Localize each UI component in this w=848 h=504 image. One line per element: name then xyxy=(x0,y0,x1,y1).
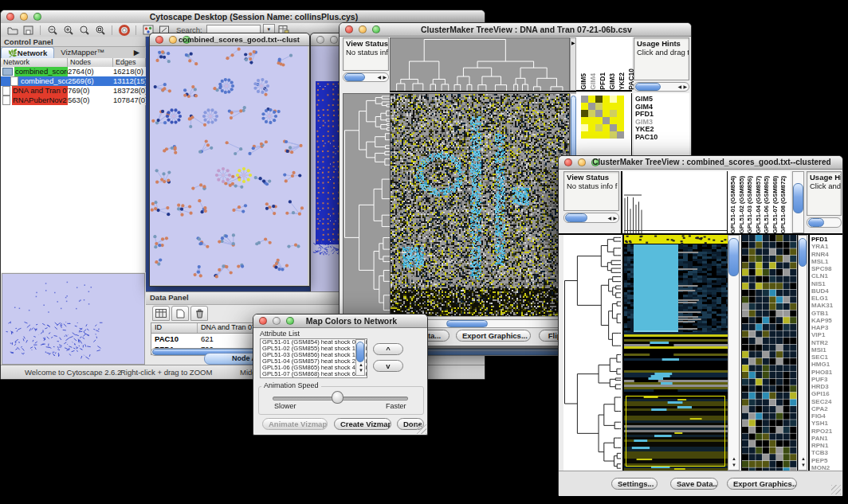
zoom-vscrollbar[interactable]: ▲▼ xyxy=(798,235,807,471)
heatmap-vscrollbar[interactable]: ▲▼ xyxy=(728,235,740,471)
network-table-row[interactable]: combined_sco2569(6)13112(15) xyxy=(1,76,146,86)
zoom-in-icon[interactable] xyxy=(61,24,75,36)
trash-icon[interactable] xyxy=(190,306,208,321)
gene-label[interactable]: MON2 xyxy=(811,464,842,471)
gene-label[interactable]: YRA1 xyxy=(811,243,842,250)
minimize-button[interactable] xyxy=(169,36,177,44)
similarity-matrix[interactable] xyxy=(581,96,624,139)
global-heatmap[interactable] xyxy=(390,93,570,318)
main-window-title: Cytoscape Desktop (Session Name: collins… xyxy=(33,12,475,21)
treeview1-titlebar[interactable]: ClusterMaker TreeView : DNA and Tran 07-… xyxy=(340,23,691,37)
zoom-fit-icon[interactable] xyxy=(93,24,107,36)
gene-label[interactable]: MSL1 xyxy=(811,258,842,265)
create-vizmap-button[interactable]: Create Vizmap xyxy=(334,418,391,430)
close-button[interactable] xyxy=(345,25,353,33)
gene-label[interactable]: CPA2 xyxy=(811,405,842,412)
gene-label[interactable]: PAN1 xyxy=(811,435,842,442)
gene-label[interactable]: BUD4 xyxy=(811,287,842,295)
global-heatmap[interactable] xyxy=(622,235,728,471)
treeview2-titlebar[interactable]: ClusterMaker TreeView : combined_scores_… xyxy=(559,156,842,170)
column-labels-vscrollbar[interactable] xyxy=(792,171,804,233)
tab-vizmapper[interactable]: VizMapper™ xyxy=(54,47,111,58)
resize-grip[interactable] xyxy=(417,424,426,434)
gene-label[interactable]: PHO81 xyxy=(811,369,842,376)
close-button[interactable] xyxy=(564,158,572,166)
gene-label[interactable]: FIG4 xyxy=(811,412,842,420)
new-document-icon[interactable] xyxy=(171,306,189,321)
network-table-row[interactable]: RNAPuberNov2+!563(0)107847(0) xyxy=(1,96,146,105)
network-table-row[interactable]: combined_scores2764(0)16218(0) xyxy=(1,67,146,76)
gene-label[interactable]: PEP5 xyxy=(811,457,842,464)
view-status-hscrollbar[interactable]: ◀▶ xyxy=(563,213,619,223)
zoom-heatmap[interactable] xyxy=(741,235,798,471)
help-lifering-icon[interactable] xyxy=(117,24,131,36)
gene-label[interactable]: GPI16 xyxy=(811,390,842,397)
gene-label[interactable]: PAC10 xyxy=(635,134,689,142)
minimize-button[interactable] xyxy=(273,317,281,325)
row-dendrogram[interactable] xyxy=(563,235,621,471)
gene-label[interactable]: KAP95 xyxy=(811,317,842,324)
gene-label[interactable]: RPN1 xyxy=(811,442,842,449)
export-graphics-button[interactable]: Export Graphics... xyxy=(727,478,797,490)
gene-label[interactable]: HMG1 xyxy=(811,361,842,368)
gene-label[interactable]: RNR4 xyxy=(811,251,842,258)
row-dendrogram[interactable] xyxy=(343,93,391,318)
gene-label[interactable]: YSH1 xyxy=(811,420,842,427)
slider-thumb[interactable] xyxy=(332,391,344,404)
gene-label[interactable]: ELG1 xyxy=(811,295,842,302)
minimize-button[interactable] xyxy=(330,36,338,44)
view-status-hscrollbar[interactable]: ◀▶ xyxy=(343,72,389,82)
usage-hints-hscrollbar[interactable] xyxy=(807,217,842,228)
resize-grip[interactable] xyxy=(831,485,841,494)
attribute-list[interactable]: GPL51-01 (GSM854) heat shock 05 minGPL51… xyxy=(260,338,367,378)
column-dendrogram[interactable] xyxy=(390,37,570,92)
save-icon[interactable] xyxy=(22,24,35,36)
minimize-button[interactable] xyxy=(359,25,367,33)
usage-hints-hscrollbar[interactable]: ◀▶ xyxy=(634,82,689,92)
gene-label[interactable]: MSI1 xyxy=(811,346,842,354)
mini-scroll-strip[interactable]: ▶ xyxy=(570,37,576,91)
close-button[interactable] xyxy=(155,36,163,44)
zoom-out-icon[interactable] xyxy=(45,24,59,36)
move-up-button[interactable]: ^ xyxy=(373,343,403,355)
gene-label[interactable]: HRD3 xyxy=(811,383,842,390)
gene-label[interactable]: PUF3 xyxy=(811,376,842,383)
open-file-icon[interactable] xyxy=(6,24,19,36)
save-data-button[interactable]: Save Data... xyxy=(670,478,718,490)
gene-label[interactable]: MAK31 xyxy=(811,302,842,309)
gene-label[interactable]: NIS1 xyxy=(811,280,842,287)
gene-label[interactable]: GTB1 xyxy=(811,310,842,317)
settings-button[interactable]: Settings... xyxy=(611,478,658,490)
table-mode-icon[interactable] xyxy=(152,306,170,321)
gene-label[interactable]: HAP3 xyxy=(811,324,842,331)
zoom-selected-icon[interactable] xyxy=(77,24,91,36)
gene-list-panel[interactable]: PFD1YRA1RNR4MSL1SPC98CLN1NIS1BUD4ELG1MAK… xyxy=(808,235,842,471)
gene-label[interactable]: SEC1 xyxy=(811,354,842,361)
move-down-button[interactable]: v xyxy=(373,360,403,372)
dialog-titlebar[interactable]: Map Colors to Network xyxy=(253,315,427,328)
network-view-titlebar[interactable]: combined_scores_good.txt--cluste... xyxy=(150,33,309,46)
close-button[interactable] xyxy=(259,317,267,325)
gene-label[interactable]: SEC24 xyxy=(811,398,842,405)
network-overview-thumbnail[interactable] xyxy=(2,273,145,365)
gene-label[interactable]: NTR2 xyxy=(811,339,842,346)
tab-overflow-arrow[interactable]: ▶ xyxy=(128,47,146,58)
gene-label[interactable]: CLN1 xyxy=(811,272,842,279)
export-graphics-button[interactable]: Export Graphics... xyxy=(456,330,531,342)
close-button[interactable] xyxy=(316,36,324,44)
minimize-button[interactable] xyxy=(20,13,28,21)
attribute-list-vscrollbar[interactable]: ▲▼ xyxy=(355,339,365,376)
network-view-canvas[interactable] xyxy=(150,46,308,285)
gene-label[interactable]: TCB3 xyxy=(811,449,842,456)
network-table-row[interactable]: DNA and Tran 07769(0)183728(0) xyxy=(1,86,146,96)
gene-label[interactable]: SPC98 xyxy=(811,265,842,272)
attribute-item[interactable]: GPL51-07 (GSM868) heat shock 60 min xyxy=(261,371,367,377)
tab-network[interactable]: 🌿Network xyxy=(1,47,54,58)
gene-label[interactable]: PFD1 xyxy=(811,236,842,243)
minimize-button[interactable] xyxy=(578,158,586,166)
gene-label[interactable]: RPO21 xyxy=(811,428,842,435)
animate-vizmap-button[interactable]: Animate Vizmap xyxy=(262,418,328,430)
column-dendrogram[interactable] xyxy=(621,171,727,233)
close-button[interactable] xyxy=(6,13,14,21)
gene-label[interactable]: VIP1 xyxy=(811,331,842,338)
